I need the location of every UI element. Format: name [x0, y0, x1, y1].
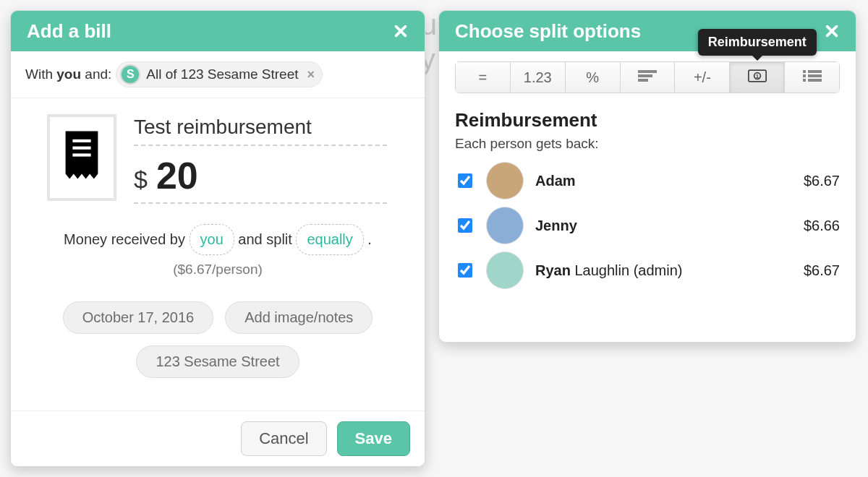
seg-tooltip: Reimbursement — [698, 29, 817, 56]
svg-rect-14 — [808, 79, 822, 82]
svg-rect-3 — [638, 70, 657, 73]
avatar — [486, 162, 524, 199]
list-icon — [803, 69, 822, 87]
add-bill-header: Add a bill — [11, 11, 425, 51]
date-button[interactable]: October 17, 2016 — [63, 301, 214, 334]
svg-rect-12 — [808, 74, 822, 77]
save-button[interactable]: Save — [337, 421, 410, 456]
add-bill-title: Add a bill — [27, 20, 390, 43]
per-person-label: ($6.67/person) — [11, 257, 425, 283]
close-icon[interactable] — [821, 20, 843, 42]
category-icon[interactable] — [47, 114, 116, 201]
avatar — [486, 252, 524, 289]
remove-chip-icon[interactable]: × — [305, 67, 315, 82]
seg-percent[interactable]: % — [566, 62, 621, 93]
group-chip-label: All of 123 Sesame Street — [146, 66, 298, 82]
group-avatar-icon: S — [120, 64, 140, 85]
currency-symbol: $ — [134, 166, 148, 198]
section-title: Reimbursement — [455, 109, 840, 132]
person-amount: $6.67 — [804, 173, 840, 189]
seg-adjust[interactable]: +/- — [675, 62, 730, 93]
close-icon[interactable] — [390, 20, 412, 42]
person-row: Ryan Laughlin (admin)$6.67 — [455, 252, 840, 289]
svg-rect-2 — [72, 153, 90, 156]
add-bill-dialog: Add a bill With you and: S All of 123 Se… — [10, 10, 425, 467]
person-row: Adam$6.67 — [455, 162, 840, 199]
split-options-dialog: Choose split options = 1.23 % +/- 1 Reim… — [438, 10, 856, 343]
person-checkbox[interactable] — [458, 173, 472, 188]
with-label: With you and: — [25, 66, 111, 82]
person-amount: $6.67 — [804, 262, 840, 279]
svg-rect-13 — [803, 79, 806, 82]
group-chip[interactable]: S All of 123 Sesame Street × — [116, 61, 323, 87]
amount-row: $ — [134, 153, 387, 204]
people-list: Adam$6.67Jenny$6.66Ryan Laughlin (admin)… — [455, 162, 840, 289]
svg-rect-9 — [803, 70, 806, 73]
notes-button[interactable]: Add image/notes — [225, 301, 373, 334]
svg-rect-11 — [803, 74, 806, 77]
meta-pills: October 17, 2016 Add image/notes 123 Ses… — [40, 301, 396, 378]
svg-text:1: 1 — [756, 73, 760, 80]
person-amount: $6.66 — [804, 218, 840, 234]
split-type-segmented: = 1.23 % +/- 1 Reimbursement — [455, 61, 840, 93]
money-icon: 1 — [748, 69, 767, 87]
add-bill-footer: Cancel Save — [11, 411, 425, 466]
section-subtitle: Each person gets back: — [455, 136, 840, 152]
seg-shares[interactable] — [621, 62, 676, 93]
svg-rect-0 — [72, 139, 90, 142]
person-name: Adam — [535, 173, 792, 189]
avatar — [486, 207, 524, 244]
cancel-button[interactable]: Cancel — [241, 421, 326, 456]
group-button[interactable]: 123 Sesame Street — [136, 345, 299, 378]
seg-equal[interactable]: = — [456, 62, 511, 93]
description-input[interactable] — [134, 114, 387, 146]
person-checkbox[interactable] — [458, 218, 472, 233]
amount-input[interactable] — [155, 153, 299, 198]
svg-rect-10 — [808, 70, 822, 73]
person-row: Jenny$6.66 — [455, 207, 840, 244]
seg-reimbursement[interactable]: 1 Reimbursement — [730, 62, 785, 93]
seg-exact[interactable]: 1.23 — [511, 62, 566, 93]
split-sentence: Money received by you and split equally … — [11, 224, 425, 283]
payer-button[interactable]: you — [190, 224, 234, 255]
bill-main: $ — [11, 98, 425, 204]
svg-rect-4 — [638, 74, 652, 77]
svg-rect-1 — [72, 147, 90, 150]
svg-rect-5 — [638, 79, 648, 82]
person-checkbox[interactable] — [458, 263, 472, 278]
shares-icon — [638, 69, 657, 87]
with-row: With you and: S All of 123 Sesame Street… — [11, 51, 425, 98]
seg-itemized[interactable] — [785, 62, 839, 93]
person-name: Jenny — [535, 218, 792, 234]
person-name: Ryan Laughlin (admin) — [535, 262, 792, 279]
split-method-button[interactable]: equally — [296, 224, 363, 255]
